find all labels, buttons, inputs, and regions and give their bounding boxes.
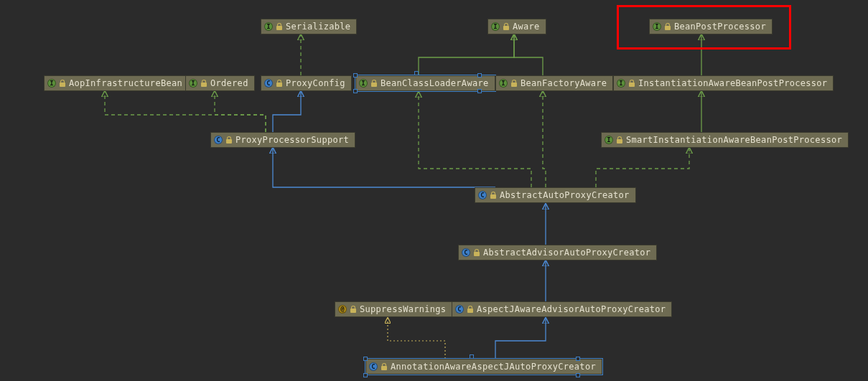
edges-layer bbox=[0, 0, 868, 381]
resize-handle[interactable] bbox=[477, 73, 482, 77]
lock-icon bbox=[664, 23, 671, 30]
node-label: Serializable bbox=[286, 22, 350, 32]
node-label: AnnotationAwareAspectJAutoProxyCreator bbox=[391, 362, 596, 372]
node-abstractadvisorautoproxycreator[interactable]: C AbstractAdvisorAutoProxyCreator bbox=[458, 245, 657, 260]
class-icon: C bbox=[214, 136, 223, 144]
node-suppresswarnings[interactable]: @ SuppressWarnings bbox=[335, 301, 452, 317]
class-icon: C bbox=[369, 362, 378, 371]
interface-icon: I bbox=[47, 79, 56, 88]
interface-icon: I bbox=[264, 22, 273, 31]
class-icon: C bbox=[264, 79, 273, 88]
resize-handle[interactable] bbox=[363, 357, 368, 361]
resize-handle[interactable] bbox=[363, 373, 368, 377]
node-beanclassloaderaware[interactable]: I BeanClassLoaderAware bbox=[355, 75, 495, 91]
diagram-canvas[interactable]: I Serializable I Aware I BeanPostProcess… bbox=[0, 0, 868, 381]
lock-icon bbox=[276, 80, 283, 87]
node-instantiationawarebpp[interactable]: I InstantiationAwareBeanPostProcessor bbox=[613, 75, 834, 91]
node-label: InstantiationAwareBeanPostProcessor bbox=[638, 78, 827, 88]
resize-handle[interactable] bbox=[576, 373, 580, 377]
lock-icon bbox=[510, 80, 518, 87]
resize-handle[interactable] bbox=[477, 89, 482, 93]
resize-handle[interactable] bbox=[353, 73, 358, 77]
node-label: Aware bbox=[513, 22, 540, 32]
node-ordered[interactable]: I Ordered bbox=[185, 75, 255, 91]
resize-handle[interactable] bbox=[353, 89, 358, 93]
lock-icon bbox=[276, 23, 283, 30]
lock-icon bbox=[370, 80, 378, 87]
node-annotationawareaspectjautoproxycreator[interactable]: C AnnotationAwareAspectJAutoProxyCreator bbox=[365, 359, 602, 375]
node-label: AspectJAwareAdvisorAutoProxyCreator bbox=[477, 304, 666, 314]
node-label: SmartInstantiationAwareBeanPostProcessor bbox=[626, 135, 842, 145]
node-label: BeanPostProcessor bbox=[674, 22, 766, 32]
lock-icon bbox=[616, 136, 623, 144]
node-smartinstantiationawarebpp[interactable]: I SmartInstantiationAwareBeanPostProcess… bbox=[601, 132, 849, 148]
interface-icon: I bbox=[499, 79, 508, 88]
resize-handle[interactable] bbox=[414, 71, 419, 75]
lock-icon bbox=[503, 23, 510, 30]
node-abstractautoproxycreator[interactable]: C AbstractAutoProxyCreator bbox=[475, 187, 636, 203]
lock-icon bbox=[59, 80, 66, 87]
node-aspectjawareadvisorautoproxycreator[interactable]: C AspectJAwareAdvisorAutoProxyCreator bbox=[452, 301, 672, 317]
annotation-icon: @ bbox=[338, 305, 347, 314]
node-proxyconfig[interactable]: C ProxyConfig bbox=[261, 75, 352, 91]
node-label: BeanFactoryAware bbox=[521, 78, 607, 88]
lock-icon bbox=[490, 192, 497, 199]
node-beanpostprocessor[interactable]: I BeanPostProcessor bbox=[649, 19, 773, 34]
node-beanfactoryaware[interactable]: I BeanFactoryAware bbox=[495, 75, 613, 91]
node-label: BeanClassLoaderAware bbox=[381, 78, 489, 88]
lock-icon bbox=[381, 363, 388, 370]
lock-icon bbox=[200, 80, 207, 87]
node-label: SuppressWarnings bbox=[360, 304, 446, 314]
resize-handle[interactable] bbox=[470, 354, 474, 359]
lock-icon bbox=[225, 136, 233, 144]
interface-icon: I bbox=[189, 79, 197, 88]
resize-handle[interactable] bbox=[576, 357, 580, 361]
node-aware[interactable]: I Aware bbox=[487, 19, 546, 34]
class-icon: C bbox=[462, 248, 470, 257]
lock-icon bbox=[467, 306, 474, 313]
node-aopinfrastructurebean[interactable]: I AopInfrastructureBean bbox=[44, 75, 189, 91]
node-label: Ordered bbox=[210, 78, 248, 88]
class-icon: C bbox=[478, 191, 487, 199]
class-icon: C bbox=[455, 305, 464, 314]
interface-icon: I bbox=[653, 22, 661, 31]
interface-icon: I bbox=[605, 136, 613, 144]
node-label: ProxyConfig bbox=[286, 78, 345, 88]
node-label: AbstractAutoProxyCreator bbox=[500, 190, 630, 200]
interface-icon: I bbox=[359, 79, 368, 88]
node-label: AbstractAdvisorAutoProxyCreator bbox=[483, 248, 650, 258]
node-proxyprocessorsupport[interactable]: C ProxyProcessorSupport bbox=[210, 132, 355, 148]
lock-icon bbox=[628, 80, 635, 87]
interface-icon: I bbox=[617, 79, 625, 88]
node-label: AopInfrastructureBean bbox=[69, 78, 182, 88]
lock-icon bbox=[473, 249, 480, 256]
lock-icon bbox=[350, 306, 357, 313]
node-serializable[interactable]: I Serializable bbox=[261, 19, 357, 34]
node-label: ProxyProcessorSupport bbox=[235, 135, 349, 145]
interface-icon: I bbox=[491, 22, 500, 31]
